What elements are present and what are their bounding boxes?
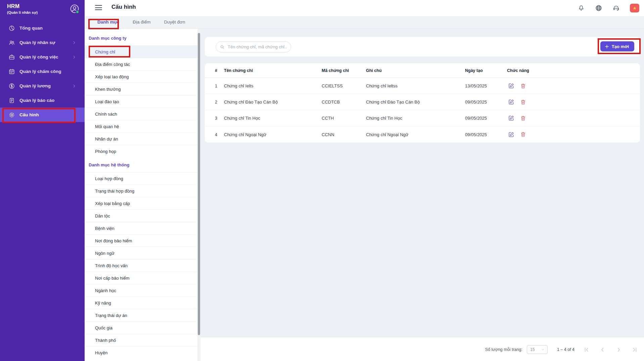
scrollbar-thumb[interactable]: [198, 33, 200, 335]
category-item[interactable]: Ngành học: [85, 284, 200, 296]
table-row: 1Chứng chỉ IeltsCCIELTSSChứng chỉ Ieltss…: [205, 78, 640, 94]
delete-button[interactable]: [520, 115, 526, 121]
sidebar-item-cau-hinh[interactable]: Cấu hình: [0, 108, 85, 122]
first-page-icon[interactable]: [583, 347, 590, 353]
vietnam-flag-icon[interactable]: ★: [630, 4, 639, 12]
category-item[interactable]: Huyện: [85, 346, 200, 359]
previous-page-icon[interactable]: [599, 347, 606, 353]
sidebar-item-tong-quan[interactable]: Tổng quan: [0, 21, 85, 35]
headset-icon[interactable]: [612, 4, 620, 12]
category-item[interactable]: Xếp loại bằng cấp: [85, 197, 200, 209]
category-item[interactable]: Thành phố: [85, 334, 200, 346]
edit-button[interactable]: [508, 131, 514, 138]
row-actions: [507, 131, 632, 138]
per-page-select[interactable]: 15: [527, 345, 548, 354]
category-item[interactable]: Trạng thái hợp đồng: [85, 185, 200, 197]
category-item[interactable]: Bệnh viện: [85, 222, 200, 234]
category-item[interactable]: Nơi đóng bảo hiểm: [85, 234, 200, 247]
edit-button[interactable]: [508, 83, 514, 89]
hamburger-menu-icon[interactable]: [95, 5, 102, 10]
cell-index: 4: [215, 132, 224, 137]
chevron-right-icon: [72, 55, 77, 59]
edit-icon: [508, 83, 514, 89]
brand: HRM (Quản lí nhân sự): [0, 0, 85, 21]
next-page-icon[interactable]: [615, 347, 622, 353]
table-row: 2Chứng chỉ Đào Tạo Cán BộCCDTCBChứng chỉ…: [205, 94, 640, 110]
category-item[interactable]: Quốc gia: [85, 321, 200, 334]
user-avatar-icon[interactable]: [69, 3, 80, 14]
category-item[interactable]: Trình độ học vấn: [85, 259, 200, 272]
create-new-button[interactable]: Tạo mới: [600, 41, 634, 51]
category-item[interactable]: Kỹ năng: [85, 296, 200, 309]
sidebar: HRM (Quản lí nhân sự) Tổng quanQuản lý n…: [0, 0, 85, 361]
sidebar-item-quan-ly-luong[interactable]: Quản lý lương: [0, 79, 85, 93]
globe-icon[interactable]: [595, 4, 602, 12]
pie-chart-icon: [8, 25, 15, 32]
cell-code: CCNN: [322, 132, 366, 137]
column-header: #: [215, 68, 224, 73]
category-item[interactable]: Ngôn ngữ: [85, 247, 200, 259]
category-item[interactable]: Địa điểm công tác: [85, 58, 200, 70]
sidebar-item-quan-ly-bao-cao[interactable]: Quản lý báo cáo: [0, 93, 85, 108]
tab-dia-diem[interactable]: Địa điểm: [128, 17, 155, 27]
create-new-label: Tạo mới: [612, 44, 629, 49]
edit-button[interactable]: [508, 115, 514, 121]
sidebar-item-label: Quản lý công việc: [19, 54, 72, 59]
sidebar-item-quan-ly-cong-viec[interactable]: Quản lý công việc: [0, 50, 85, 64]
sidebar-item-quan-ly-cham-cong[interactable]: Quản lý chấm công: [0, 64, 85, 79]
category-item[interactable]: Khen thưởng: [85, 83, 200, 95]
delete-button[interactable]: [520, 83, 526, 89]
table-row: 4Chứng chỉ Ngoại NgữCCNNChứng chỉ Ngoại …: [205, 126, 640, 143]
plus-icon: [604, 44, 609, 49]
row-actions: [507, 99, 632, 105]
cell-created: 13/05/2025: [465, 83, 507, 88]
category-item[interactable]: Nơi cấp bảo hiểm: [85, 272, 200, 284]
chevron-right-icon: [72, 40, 77, 45]
delete-button[interactable]: [520, 99, 526, 105]
column-header: Ghi chú: [366, 68, 465, 73]
sidebar-item-label: Quản lý chấm công: [19, 69, 77, 74]
calendar-icon: [8, 68, 15, 75]
sidebar-item-label: Quản lý lương: [19, 83, 72, 88]
category-item[interactable]: Nhãn dự án: [85, 132, 200, 145]
category-item[interactable]: Loại hợp đồng: [85, 172, 200, 185]
row-actions: [507, 83, 632, 89]
category-group-header: Danh mục hệ thống: [85, 157, 200, 172]
per-page-label: Số lượng mỗi trang:: [485, 347, 522, 352]
salary-icon: [8, 83, 15, 89]
category-item[interactable]: Dân tộc: [85, 209, 200, 222]
category-item[interactable]: Mối quan hệ: [85, 120, 200, 132]
tab-bar: Danh mụcĐịa điểmDuyệt đơn: [85, 16, 644, 29]
trash-icon: [520, 83, 526, 89]
briefcase-icon: [8, 54, 15, 61]
category-item[interactable]: Trạng thái dự án: [85, 309, 200, 321]
category-item[interactable]: Chính sách: [85, 108, 200, 120]
tab-duyet-don[interactable]: Duyệt đơn: [160, 17, 190, 27]
category-item[interactable]: Xếp loại lao động: [85, 70, 200, 83]
trash-icon: [520, 99, 526, 105]
cell-name: Chứng chỉ Ngoại Ngữ: [224, 132, 322, 137]
cell-index: 2: [215, 99, 224, 105]
header-icons: ★: [578, 0, 639, 16]
cell-code: CCDTCB: [322, 99, 366, 105]
last-page-icon[interactable]: [632, 347, 638, 353]
bell-icon[interactable]: [578, 4, 585, 12]
cell-note: Chứng chỉ Ngoại Ngữ: [366, 132, 465, 137]
category-item[interactable]: Phòng họp: [85, 145, 200, 157]
sidebar-item-label: Quản lý nhân sự: [19, 40, 72, 45]
category-item[interactable]: Loại đào tạo: [85, 95, 200, 108]
sidebar-item-quan-ly-nhan-su[interactable]: Quản lý nhân sự: [0, 35, 85, 50]
users-icon: [8, 39, 15, 46]
headset-icon: [612, 4, 620, 12]
table-row: 3Chứng chỉ Tin HọcCCTHChứng chỉ Tin Học0…: [205, 110, 640, 126]
tab-danh-muc[interactable]: Danh mục: [93, 17, 124, 27]
sidebar-nav: Tổng quanQuản lý nhân sựQuản lý công việ…: [0, 21, 85, 122]
edit-button[interactable]: [508, 99, 514, 105]
category-item[interactable]: Chứng chỉ: [85, 45, 200, 58]
table-header-row: #Tên chứng chỉMã chứng chỉGhi chúNgày tạ…: [205, 63, 640, 78]
column-header: Mã chứng chỉ: [322, 68, 366, 73]
search-input[interactable]: [228, 44, 287, 49]
top-header: Cấu hình ★: [85, 0, 644, 16]
cell-name: Chứng chỉ Ielts: [224, 83, 322, 88]
delete-button[interactable]: [520, 131, 526, 137]
